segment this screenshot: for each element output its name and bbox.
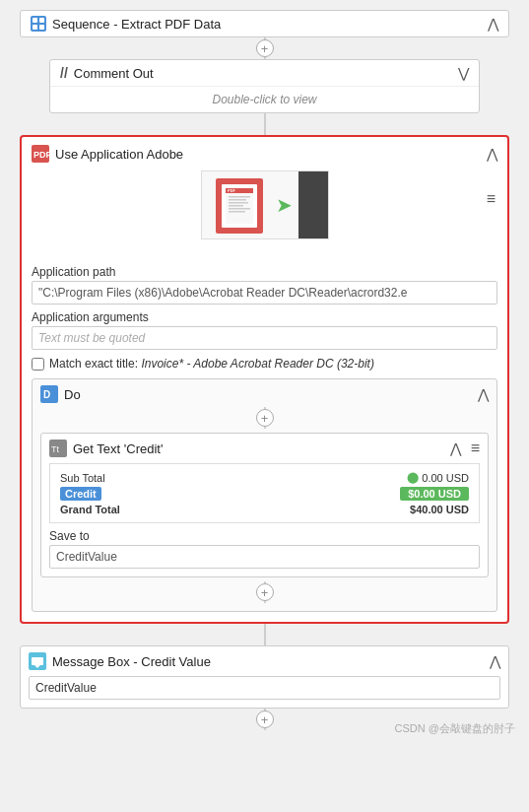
subtotal-label: Sub Total bbox=[60, 472, 105, 484]
msg-value[interactable]: CreditValue bbox=[29, 676, 500, 700]
save-to-label: Save to bbox=[49, 529, 480, 543]
svg-text:PDF: PDF bbox=[33, 150, 49, 160]
msg-icon bbox=[29, 652, 46, 670]
get-text-header: Tt Get Text 'Credit' ⋀ ≡ bbox=[49, 440, 480, 457]
invoice-preview: Sub Total ⬤ 0.00 USD Credit $0.00 USD Gr… bbox=[49, 463, 480, 523]
pdf-thumb-inner: PDF bbox=[222, 184, 257, 228]
inv-row-subtotal: Sub Total ⬤ 0.00 USD bbox=[60, 470, 469, 485]
svg-rect-9 bbox=[229, 196, 250, 198]
adobe-icon: PDF bbox=[32, 145, 49, 163]
hamburger-btn[interactable]: ≡ bbox=[487, 190, 496, 208]
comment-header: // Comment Out ⋁ bbox=[50, 60, 479, 87]
add-step-btn-1[interactable]: + bbox=[256, 39, 274, 57]
sequence-collapse-btn[interactable]: ⋀ bbox=[488, 16, 498, 32]
add-step-do-btn-2[interactable]: + bbox=[256, 583, 274, 601]
get-text-block: Tt Get Text 'Credit' ⋀ ≡ Sub Total ⬤ 0.0… bbox=[40, 433, 489, 577]
connector-1: + bbox=[20, 37, 509, 59]
inv-row-credit: Credit $0.00 USD bbox=[60, 487, 469, 501]
watermark: CSDN @会敲键盘的肘子 bbox=[395, 721, 515, 736]
svg-text:PDF: PDF bbox=[228, 188, 236, 193]
pdf-thumb: PDF bbox=[216, 178, 263, 234]
credit-label: Credit bbox=[60, 487, 101, 501]
sequence-title: Sequence - Extract PDF Data bbox=[52, 17, 482, 32]
grandtotal-label: Grand Total bbox=[60, 504, 120, 515]
svg-rect-1 bbox=[39, 18, 44, 23]
connector-3 bbox=[20, 624, 509, 645]
do-block: D Do ⋀ + Tt Get Text 'Credit' ⋀ ≡ bbox=[32, 378, 497, 612]
message-box-block: Message Box - Credit Value ⋀ CreditValue bbox=[20, 645, 509, 709]
app-args-field[interactable]: Text must be quoted bbox=[32, 326, 497, 350]
app-args-label: Application arguments bbox=[32, 310, 497, 324]
subtotal-icon: ⬤ bbox=[407, 471, 419, 484]
get-text-title: Get Text 'Credit' bbox=[73, 441, 444, 456]
connector-2 bbox=[20, 113, 509, 135]
subtotal-value: 0.00 USD bbox=[422, 472, 469, 484]
dark-panel bbox=[298, 171, 328, 238]
save-to-value[interactable]: CreditValue bbox=[49, 545, 480, 569]
get-text-collapse[interactable]: ⋀ bbox=[450, 440, 461, 456]
svg-rect-12 bbox=[229, 205, 243, 207]
svg-rect-2 bbox=[33, 25, 37, 30]
do-header: D Do ⋀ bbox=[40, 385, 489, 403]
comment-title: Comment Out bbox=[74, 66, 452, 81]
svg-text:Tt: Tt bbox=[51, 444, 59, 454]
comment-block: // Comment Out ⋁ Double-click to view bbox=[49, 59, 480, 113]
connector-do-2: + bbox=[40, 581, 489, 603]
svg-rect-20 bbox=[32, 657, 43, 665]
do-collapse[interactable]: ⋀ bbox=[478, 386, 489, 402]
get-text-icon: Tt bbox=[49, 440, 67, 457]
comment-body: Double-click to view bbox=[50, 87, 479, 112]
comment-collapse-btn[interactable]: ⋁ bbox=[458, 65, 469, 81]
svg-rect-14 bbox=[229, 211, 245, 213]
add-step-btn-bottom[interactable]: + bbox=[256, 710, 274, 728]
svg-rect-10 bbox=[229, 199, 246, 201]
do-icon: D bbox=[40, 385, 58, 403]
svg-rect-11 bbox=[229, 202, 248, 204]
msg-collapse[interactable]: ⋀ bbox=[490, 653, 500, 669]
use-adobe-header: PDF Use Application Adobe ⋀ bbox=[32, 145, 497, 163]
sequence-icon bbox=[31, 16, 46, 32]
app-path-label: Application path bbox=[32, 265, 497, 279]
use-adobe-title: Use Application Adobe bbox=[55, 147, 481, 162]
svg-rect-0 bbox=[33, 18, 37, 23]
do-title: Do bbox=[64, 387, 472, 402]
comment-icon: // bbox=[60, 65, 68, 81]
svg-text:D: D bbox=[43, 389, 50, 400]
msg-title: Message Box - Credit Value bbox=[52, 654, 484, 669]
msg-header: Message Box - Credit Value ⋀ bbox=[29, 652, 500, 670]
adobe-preview-inner: PDF ➤ bbox=[201, 170, 329, 239]
add-step-do-btn[interactable]: + bbox=[256, 409, 274, 427]
app-path-value[interactable]: "C:\Program Files (x86)\Adobe\Acrobat Re… bbox=[32, 281, 497, 304]
get-text-hamburger[interactable]: ≡ bbox=[471, 440, 480, 457]
svg-rect-3 bbox=[39, 25, 44, 30]
grandtotal-value: $40.00 USD bbox=[410, 504, 469, 515]
svg-rect-13 bbox=[229, 208, 250, 210]
credit-value: $0.00 USD bbox=[400, 487, 469, 501]
sequence-header: Sequence - Extract PDF Data ⋀ bbox=[20, 10, 509, 37]
use-adobe-collapse[interactable]: ⋀ bbox=[487, 146, 497, 162]
connector-do-1: + bbox=[40, 407, 489, 429]
arrow-icon: ➤ bbox=[276, 193, 293, 217]
match-title-label: Match exact title: Invoice* - Adobe Acro… bbox=[49, 357, 374, 371]
use-adobe-block: PDF Use Application Adobe ⋀ PDF bbox=[20, 135, 509, 624]
inv-row-grandtotal: Grand Total $40.00 USD bbox=[60, 503, 469, 516]
match-title-row: Match exact title: Invoice* - Adobe Acro… bbox=[32, 357, 497, 371]
match-title-checkbox[interactable] bbox=[32, 358, 44, 371]
